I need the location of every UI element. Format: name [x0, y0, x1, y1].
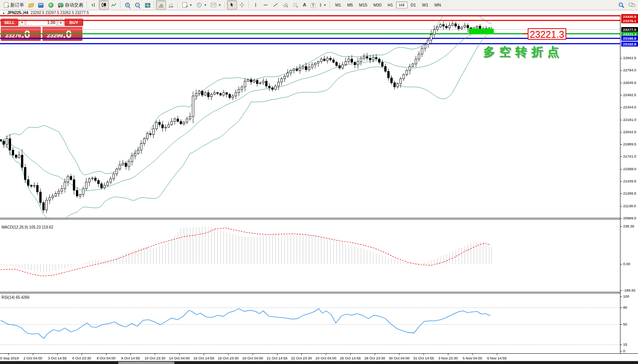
date-tick	[130, 354, 131, 355]
timeframe-D1[interactable]: D1	[408, 2, 419, 8]
date-label: 21 Oct 14:55	[267, 356, 287, 360]
arrows-icon: ▲▼	[319, 3, 322, 7]
price-tag: 23102.9	[621, 42, 638, 47]
vertical-line-button[interactable]	[251, 0, 261, 10]
toolbar-separator	[248, 1, 249, 9]
equidistant-channel-button[interactable]: E	[280, 0, 290, 10]
axis-tick	[620, 132, 622, 132]
callout-connector	[523, 33, 528, 34]
date-tick	[399, 354, 400, 355]
date-label: 22 Oct 23:30	[291, 356, 312, 360]
new-order-button[interactable]: + 新订单	[1, 0, 26, 10]
chat-icon[interactable]	[628, 2, 634, 8]
auto-scroll-button[interactable]	[156, 0, 166, 10]
axis-tick	[620, 296, 622, 297]
timeframe-M1[interactable]: M1	[332, 2, 344, 8]
indicators-button[interactable]: +▼	[180, 0, 194, 10]
price-callout-box[interactable]: 23221.3	[528, 28, 566, 40]
axis-tick	[620, 264, 622, 264]
crosshair-button[interactable]	[237, 0, 247, 10]
price-axis-label: 22492.5	[623, 93, 636, 97]
text-label-button[interactable]: T	[309, 0, 317, 10]
rsi-pane[interactable]	[0, 293, 620, 353]
date-label: 30 Sep 2019	[0, 356, 19, 360]
timeframe-MN[interactable]: MN	[431, 2, 444, 8]
templates-button[interactable]: ▼	[209, 0, 223, 10]
date-label: 2 Oct 04:00	[23, 356, 42, 360]
date-tick	[277, 354, 277, 355]
search-icon[interactable]	[618, 2, 624, 8]
date-label: 30 Oct 04:00	[389, 356, 409, 360]
date-label: 8 Oct 04:00	[97, 356, 115, 360]
axis-tick	[620, 120, 622, 120]
timeframe-M15[interactable]: M15	[356, 2, 370, 8]
text-button[interactable]: A	[300, 0, 309, 10]
timeframe-H1[interactable]: H1	[385, 2, 396, 8]
bottom-strip-segment	[118, 362, 174, 364]
macd-axis-label: 0.00	[623, 262, 630, 266]
zoom-in-button[interactable]: +	[122, 0, 132, 10]
date-label: 18 Oct 04:00	[242, 356, 263, 360]
cursor-button[interactable]	[227, 0, 237, 10]
arrows-button[interactable]: ▲▼▼	[317, 0, 329, 10]
autotrading-icon	[58, 2, 64, 8]
date-tick	[375, 354, 375, 355]
rsi-axis-label: 80	[623, 305, 627, 309]
macd-pane[interactable]	[0, 219, 620, 292]
autotrading-label: 自动交易	[65, 2, 83, 8]
collapse-icon[interactable]: ▲	[2, 11, 5, 14]
chevron-down-icon: ▼	[218, 3, 221, 7]
date-label: 5 Nov 04:00	[462, 356, 482, 360]
crosshair-icon	[239, 2, 245, 8]
date-label: 28 Oct 23:30	[364, 356, 385, 360]
new-order-icon: +	[3, 2, 9, 8]
timeframe-W1[interactable]: W1	[419, 2, 432, 8]
trendline-icon	[272, 2, 279, 8]
tile-windows-icon	[144, 2, 150, 8]
line-chart-button[interactable]	[109, 0, 119, 10]
highlight-rectangle[interactable]	[469, 29, 494, 34]
chart-title-bar: ▲ JPN225-,H4 23292.5 23297.5 23262.5 232…	[0, 10, 638, 15]
timeframe-M30[interactable]: M30	[370, 2, 384, 8]
price-axis-label: 22645.5	[623, 81, 636, 85]
price-axis-label: 21889.5	[623, 142, 636, 146]
date-tick	[326, 354, 326, 355]
trendline-button[interactable]	[271, 0, 280, 10]
new-order-label: 新订单	[10, 2, 24, 8]
price-axis[interactable]: 22942.522794.022645.522492.522344.022191…	[620, 15, 638, 353]
zoom-in-icon: +	[124, 2, 130, 8]
timeframe-H4[interactable]: H4	[396, 2, 408, 8]
horizontal-line-button[interactable]	[261, 0, 271, 10]
date-axis[interactable]: 30 Sep 20192 Oct 04:003 Oct 14:556 Oct 2…	[0, 353, 638, 361]
timeframe-M5[interactable]: M5	[344, 2, 356, 8]
tile-windows-button[interactable]	[142, 0, 152, 10]
periods-clock-icon	[196, 2, 202, 8]
periods-button[interactable]: ▼	[194, 0, 209, 10]
axis-tick	[620, 169, 622, 169]
toolbar-separator	[120, 1, 121, 9]
rsi-axis-label: 15	[623, 342, 627, 346]
price-tag: 23376.1	[621, 18, 638, 23]
price-axis-label: 22344.0	[623, 105, 636, 109]
date-label: 14 Oct 04:00	[169, 356, 190, 360]
chart-symbol-period: JPN225-,H4	[7, 11, 28, 15]
turning-point-annotation[interactable]: 多空转折点	[483, 44, 563, 60]
zoom-out-button[interactable]: −	[132, 0, 142, 10]
chart-shift-button[interactable]	[166, 0, 176, 10]
profiles-button[interactable]	[36, 0, 46, 10]
axis-tick	[620, 226, 622, 227]
trading-platform-window: + 新订单 自动交易 + − +▼ ▼ ▼ E F A T	[0, 0, 638, 364]
fibonacci-button[interactable]: F	[290, 0, 300, 10]
sounds-button[interactable]	[46, 0, 56, 10]
date-tick	[82, 354, 82, 355]
indicators-icon: +	[182, 2, 188, 8]
price-axis-label: 21439.5	[623, 179, 636, 183]
axis-tick	[620, 324, 622, 325]
autotrading-button[interactable]: 自动交易	[56, 0, 85, 10]
vertical-line-icon	[253, 2, 259, 8]
bar-chart-button[interactable]	[89, 0, 99, 10]
auto-scroll-icon	[158, 2, 164, 8]
layouts-button[interactable]	[26, 0, 36, 10]
timeframe-group: M1M5M15M30H1H4D1W1MN	[332, 2, 444, 8]
candlestick-button[interactable]	[99, 0, 109, 10]
